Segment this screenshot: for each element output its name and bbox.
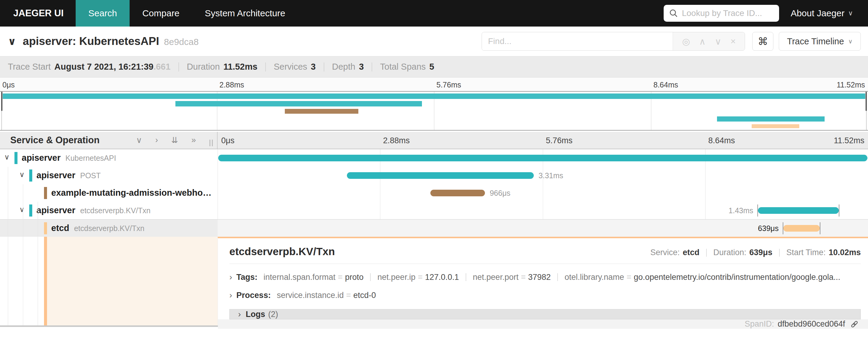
minimap-scrubber-left[interactable] (1, 92, 2, 111)
span-service: apiserver (22, 153, 61, 163)
collapse-all-icon[interactable]: ⇊ (171, 136, 178, 145)
span-row-etcd-txn-selected[interactable]: etcdetcdserverpb.KV/Txn 639μs (0, 219, 868, 237)
tag-value: 37982 (528, 272, 551, 282)
span-duration-bar[interactable]: 966μs (430, 190, 485, 196)
span-row-apiserver-etcd-txn[interactable]: ∨ apiserveretcdserverpb.KV/Txn 1.43ms (0, 202, 868, 219)
logs-accordion[interactable]: › Logs (2) (229, 309, 861, 319)
expand-all-icon[interactable]: » (191, 136, 196, 145)
span-end-tick (839, 204, 839, 217)
service-operation-title: Service & Operation (10, 135, 99, 146)
span-timeline-cell[interactable] (218, 149, 868, 167)
minimap-canvas[interactable] (0, 91, 868, 131)
divider (466, 273, 466, 281)
span-name-cell[interactable]: etcdetcdserverpb.KV/Txn (0, 220, 218, 237)
collapse-controls: ∨ › ⇊ » (136, 136, 196, 145)
span-timeline-cell[interactable]: 1.43ms (218, 202, 868, 219)
span-table-body: ∨ apiserverKubernetesAPI ∨ apiserverPOST… (0, 149, 868, 325)
span-name-cell[interactable]: ∨ apiserveretcdserverpb.KV/Txn (0, 202, 218, 219)
span-detail-header: etcdserverpb.KV/Txn Service: etcd Durati… (229, 246, 861, 258)
summary-value: 3 (311, 62, 315, 72)
span-duration-bar[interactable] (218, 155, 867, 161)
summary-depth: Depth 3 (332, 62, 364, 72)
span-row-apiserver-post[interactable]: ∨ apiserverPOST 3.31ms (0, 167, 868, 184)
tick-label: 0μs (2, 81, 15, 89)
summary-label: Trace Start (8, 62, 51, 72)
collapse-children-icon[interactable]: ∨ (19, 170, 25, 179)
brand-jaeger-ui[interactable]: JAEGER UI (0, 0, 76, 27)
span-operation: KubernetesAPI (65, 154, 116, 162)
process-row[interactable]: › Process: service.instance.id=etcd-0 (229, 290, 861, 300)
tick-label: 11.52ms (837, 81, 865, 89)
command-icon: ⌘ (758, 35, 768, 47)
equals-sign: = (338, 272, 343, 282)
about-jaeger-label: About Jaeger (790, 8, 844, 19)
search-icon (669, 9, 678, 18)
collapse-children-icon[interactable]: ∨ (19, 205, 25, 214)
span-duration-label: 3.31ms (538, 172, 563, 179)
collapse-one-icon[interactable]: ∨ (136, 136, 142, 145)
tags-row[interactable]: › Tags: internal.span.format=proto net.p… (229, 272, 861, 282)
meta-value: etcd (683, 248, 700, 257)
tree-guide-line (23, 184, 23, 325)
clear-find-icon[interactable]: × (731, 36, 736, 47)
minimap-span-bar (285, 109, 359, 114)
next-match-icon[interactable]: ∨ (715, 36, 721, 47)
span-name-cell[interactable]: ∨ apiserverKubernetesAPI (0, 149, 218, 167)
summary-suffix: .661 (153, 62, 170, 72)
span-detail-highlight (47, 237, 218, 325)
tag-key: otel.library.name (564, 272, 624, 282)
expand-one-icon[interactable]: › (155, 136, 158, 145)
span-id-value: dfbebd960ced064f (778, 319, 845, 329)
span-timeline-cell[interactable]: 3.31ms (218, 167, 868, 184)
trace-titlebar: ∨ apiserver: KubernetesAPI8e9dca8 ◎ ∧ ∨ … (0, 27, 868, 56)
focus-match-icon[interactable]: ◎ (682, 36, 690, 47)
collapse-children-icon[interactable]: ∨ (4, 153, 10, 161)
trace-id: 8e9dca8 (164, 37, 198, 47)
process-value: etcd-0 (353, 291, 376, 300)
span-duration-label: 639μs (758, 224, 779, 232)
find-controls: ◎ ∧ ∨ × (673, 32, 745, 50)
tree-guide-line (38, 202, 38, 325)
span-color-bar (44, 187, 47, 199)
span-duration-bar[interactable]: 3.31ms (347, 172, 533, 179)
column-resizer-handle[interactable] (210, 140, 213, 146)
span-row-apiserver-kubernetesapi[interactable]: ∨ apiserverKubernetesAPI (0, 149, 868, 167)
span-start-tick (783, 222, 783, 234)
trace-id-lookup-input[interactable] (682, 8, 774, 18)
span-timeline-cell[interactable]: 966μs (218, 184, 868, 202)
equals-sign: = (346, 291, 351, 300)
equals-sign: = (418, 272, 423, 282)
nav-tab-compare[interactable]: Compare (130, 0, 192, 27)
nav-tab-search[interactable]: Search (76, 0, 130, 27)
span-name-cell[interactable]: ∨ apiserverPOST (0, 167, 218, 184)
chevron-right-icon: › (229, 272, 232, 282)
span-duration-bar[interactable]: 1.43ms (758, 207, 839, 214)
chevron-down-icon: ∨ (848, 9, 853, 17)
span-name-cell[interactable]: example-mutating-admission-webhook... (0, 184, 218, 202)
equals-sign: = (627, 272, 631, 282)
summary-value: August 7 2021, 16:21:39 (54, 62, 153, 72)
trace-view-label: Trace Timeline (787, 36, 844, 47)
trace-view-selector[interactable]: Trace Timeline ∨ (779, 32, 861, 51)
span-id-label: SpanID: (745, 319, 774, 329)
find-input[interactable] (482, 32, 673, 50)
span-detail-footer: SpanID: dfbebd960ced064f (218, 319, 868, 329)
link-icon[interactable] (850, 320, 859, 329)
divider (265, 62, 266, 71)
chevron-right-icon: › (229, 290, 232, 300)
span-timeline-cell[interactable]: 639μs (218, 220, 868, 237)
tag-item: internal.span.format=proto (264, 272, 364, 282)
minimap-scrubber-right[interactable] (866, 92, 867, 111)
tag-value: proto (345, 272, 364, 282)
span-duration-bar[interactable]: 639μs (783, 225, 820, 232)
timeline-header-ticks: 0μs 2.88ms 5.76ms 8.64ms 11.52ms (218, 132, 868, 149)
about-jaeger-menu[interactable]: About Jaeger ∨ (787, 0, 868, 27)
divider (370, 273, 371, 281)
nav-tab-system-architecture[interactable]: System Architecture (192, 0, 298, 27)
span-operation: etcdserverpb.KV/Txn (80, 206, 150, 215)
span-row-webhook[interactable]: example-mutating-admission-webhook... 96… (0, 184, 868, 202)
prev-match-icon[interactable]: ∧ (699, 36, 706, 47)
meta-label: Service: (650, 248, 680, 257)
keyboard-shortcuts-button[interactable]: ⌘ (752, 32, 773, 51)
collapse-trace-icon[interactable]: ∨ (8, 35, 16, 47)
